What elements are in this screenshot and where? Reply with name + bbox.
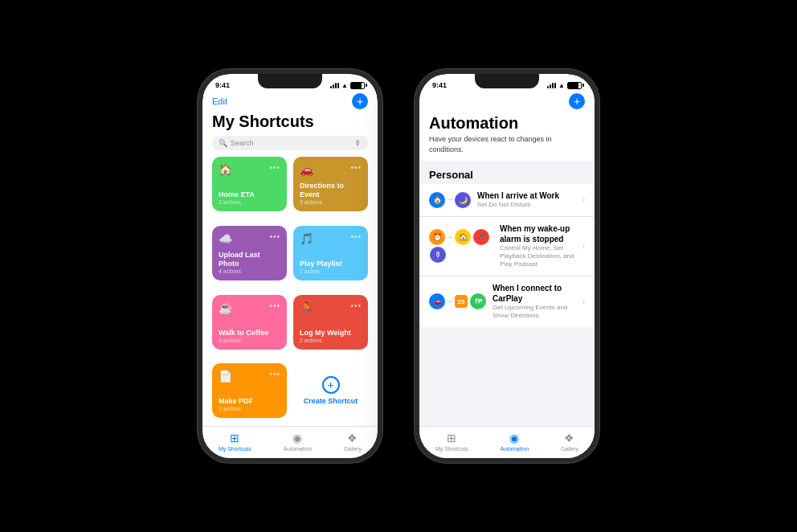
nav-icon-shortcuts: ⊞ (230, 432, 239, 444)
tile-menu-pdf[interactable]: ••• (269, 370, 280, 379)
nav-automation-2[interactable]: ◉ Automation (501, 432, 529, 452)
auto-icon-alarm: ⏰ (429, 229, 445, 245)
tile-menu-coffee[interactable]: ••• (269, 301, 280, 310)
bottom-nav-2: ⊞ My Shortcuts ◉ Automation ❖ Gallery (419, 426, 595, 458)
auto-item-text-alarm: When my wake-up alarm is stopped Control… (500, 223, 576, 269)
auto-item-subtitle-alarm: Control My Home, Set Playback Destinatio… (500, 244, 576, 269)
auto-header: + (419, 92, 595, 114)
add-automation-button[interactable]: + (569, 93, 585, 109)
tile-menu-weight[interactable]: ••• (350, 301, 362, 310)
search-icon: 🔍 (219, 139, 227, 147)
shortcuts-screen: Edit + My Shortcuts 🔍 Search 🎙 🏠 ••• Hom… (202, 92, 378, 458)
tile-icon-directions: 🚗 (300, 163, 313, 176)
shortcut-tile-pdf[interactable]: 📄 ••• Make PDF 2 actions (212, 363, 287, 418)
nav-label-gallery-2: Gallery (561, 446, 578, 452)
tile-actions-home: 2 actions (219, 199, 280, 205)
shortcuts-grid: 🏠 ••• Home ETA 2 actions 🚗 ••• D (202, 157, 378, 426)
tile-icon-pdf: 📄 (219, 370, 232, 383)
automation-list: 🏠 → 🌙 When I arrive at Work Set Do Not D… (419, 184, 595, 326)
auto-item-title-carplay: When I connect to CarPlay (493, 283, 576, 304)
time-2: 9:41 (432, 81, 447, 89)
wifi-icon: ▲ (341, 82, 348, 89)
tile-menu-playlist[interactable]: ••• (350, 232, 362, 241)
auto-icon-home: 🏠 (429, 192, 445, 208)
nav-icon-shortcuts-2: ⊞ (447, 432, 456, 444)
tile-name-coffee: Walk to Coffee (219, 329, 280, 338)
chevron-right-3: › (582, 297, 585, 306)
auto-item-title-work: When I arrive at Work (477, 190, 576, 201)
status-icons-2: ▲ (547, 82, 582, 89)
auto-icons-work: 🏠 → 🌙 (429, 192, 471, 208)
add-shortcut-button[interactable]: + (352, 93, 368, 109)
tile-menu-home[interactable]: ••• (269, 163, 280, 172)
screen-1: 9:41 ▲ Edit + My Shortcuts 🔍 Search 🎙 (202, 74, 378, 458)
tile-name-playlist: Play Playlist (300, 260, 362, 268)
battery-icon-2 (567, 82, 582, 89)
nav-label-automation-2: Automation (501, 446, 529, 452)
nav-gallery-2[interactable]: ❖ Gallery (561, 432, 578, 452)
nav-icon-gallery-2: ❖ (564, 432, 574, 444)
nav-icon-automation-1: ◉ (292, 432, 302, 444)
screen-2: 9:41 ▲ + Automation Have your devices re… (419, 74, 595, 458)
create-shortcut-label: Create Shortcut (304, 397, 358, 405)
tile-actions-weight: 2 actions (300, 338, 362, 343)
personal-section-header: Personal (419, 161, 595, 184)
auto-item-title-alarm: When my wake-up alarm is stopped (500, 223, 576, 244)
shortcut-tile-upload[interactable]: ☁️ ••• Upload Last Photo 4 actions (212, 226, 287, 280)
auto-item-text-carplay: When I connect to CarPlay Get Upcoming E… (493, 283, 576, 321)
auto-title-section: Automation Have your devices react to ch… (419, 114, 595, 161)
tile-actions-directions: 3 actions (300, 199, 362, 205)
chevron-right-1: › (582, 195, 585, 204)
shortcut-tile-coffee[interactable]: ☕ ••• Walk to Coffee 3 actions (212, 295, 287, 350)
shortcut-tile-weight[interactable]: 🏃 ••• Log My Weight 2 actions (293, 295, 368, 350)
signal-icon-2 (547, 82, 556, 88)
automation-item-alarm[interactable]: ⏰ → 🏠 🎵 🎙 When my wake-up alarm is stopp… (419, 217, 595, 276)
shortcuts-header: Edit + (202, 92, 378, 113)
search-bar[interactable]: 🔍 Search 🎙 (212, 136, 368, 150)
tile-actions-upload: 4 actions (219, 268, 280, 274)
auto-content: Automation Have your devices react to ch… (419, 114, 595, 426)
shortcut-tile-home-eta[interactable]: 🏠 ••• Home ETA 2 actions (212, 157, 287, 211)
create-shortcut-tile[interactable]: + Create Shortcut (293, 363, 368, 418)
shortcut-tile-directions[interactable]: 🚗 ••• Directions to Event 3 actions (293, 157, 368, 211)
notch-2 (475, 74, 539, 88)
phone-1: 9:41 ▲ Edit + My Shortcuts 🔍 Search 🎙 (198, 69, 382, 463)
nav-my-shortcuts-2[interactable]: ⊞ My Shortcuts (435, 432, 468, 452)
arrow-icon-3: → (447, 298, 453, 305)
auto-item-subtitle-carplay: Get Upcoming Events and Show Directions (493, 304, 576, 321)
notch (258, 74, 322, 88)
chevron-right-2: › (582, 242, 585, 251)
search-placeholder: Search (231, 139, 254, 147)
auto-icons-carplay: 🚗 → 25 🗺 (429, 293, 486, 309)
arrow-icon-2: → (447, 234, 453, 241)
auto-icon-music: 🎵 (473, 229, 489, 245)
tile-icon-home: 🏠 (219, 163, 232, 176)
automation-title: Automation (429, 114, 585, 133)
automation-item-carplay[interactable]: 🚗 → 25 🗺 When I connect to CarPlay Get U… (419, 276, 595, 327)
nav-automation-1[interactable]: ◉ Automation (284, 432, 312, 452)
nav-label-automation-1: Automation (284, 446, 312, 452)
tile-name-pdf: Make PDF (219, 397, 280, 406)
nav-my-shortcuts-1[interactable]: ⊞ My Shortcuts (219, 432, 251, 452)
auto-item-text-work: When I arrive at Work Set Do Not Disturb (477, 190, 576, 209)
auto-icon-podcast: 🎙 (430, 247, 446, 263)
tile-name-weight: Log My Weight (300, 329, 362, 338)
nav-label-shortcuts: My Shortcuts (219, 446, 251, 452)
status-icons-1: ▲ (330, 82, 365, 89)
tile-actions-coffee: 3 actions (219, 338, 280, 343)
shortcut-tile-playlist[interactable]: 🎵 ••• Play Playlist 1 action (293, 226, 368, 280)
automation-item-work[interactable]: 🏠 → 🌙 When I arrive at Work Set Do Not D… (419, 184, 595, 216)
tile-name-upload: Upload Last Photo (219, 251, 280, 268)
edit-button[interactable]: Edit (212, 96, 227, 106)
phone-2: 9:41 ▲ + Automation Have your devices re… (415, 69, 599, 463)
nav-gallery-1[interactable]: ❖ Gallery (344, 432, 362, 452)
tile-icon-coffee: ☕ (219, 301, 232, 314)
auto-icons-alarm: ⏰ → 🏠 🎵 🎙 (429, 229, 493, 263)
tile-menu-upload[interactable]: ••• (269, 232, 280, 241)
battery-icon (350, 82, 365, 89)
tile-menu-directions[interactable]: ••• (350, 163, 362, 172)
time-1: 9:41 (215, 81, 230, 89)
auto-icon-moon: 🌙 (455, 192, 471, 208)
arrow-icon-1: → (447, 196, 453, 203)
mic-icon: 🎙 (354, 139, 362, 147)
